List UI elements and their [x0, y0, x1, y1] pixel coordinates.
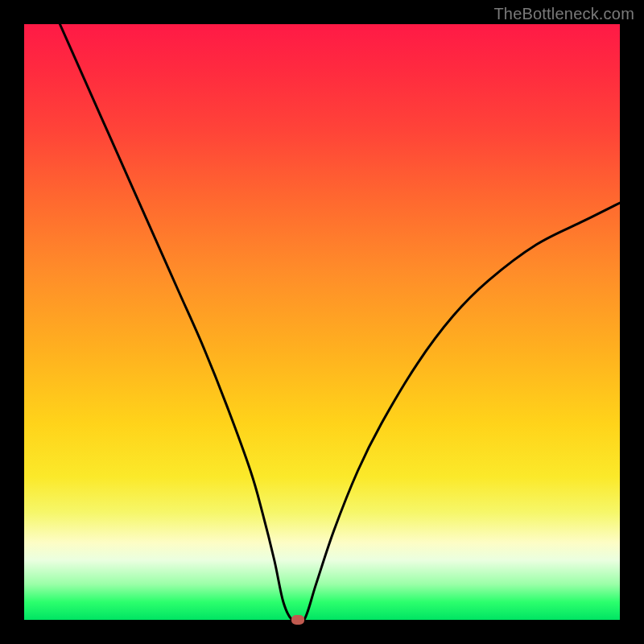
bottleneck-curve — [24, 24, 620, 620]
chart-frame: TheBottleneck.com — [0, 0, 644, 644]
watermark-text: TheBottleneck.com — [493, 5, 634, 23]
plot-area — [24, 24, 620, 620]
optimal-point-marker — [291, 615, 304, 625]
